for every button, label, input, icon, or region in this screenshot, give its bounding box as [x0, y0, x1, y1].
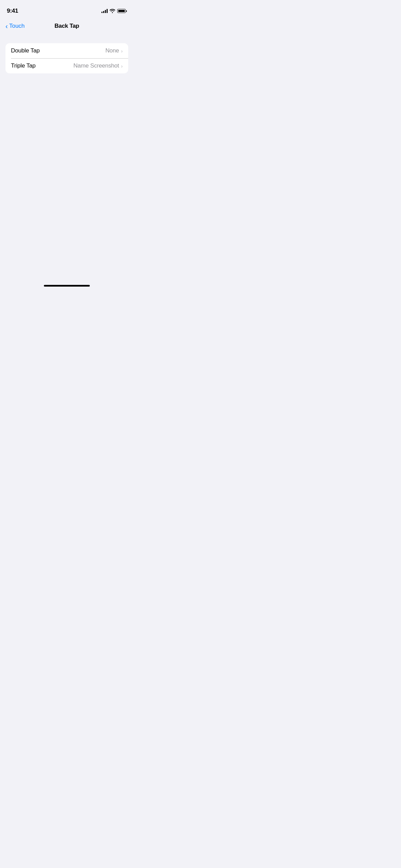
- settings-list: Double Tap None › Triple Tap Name Screen…: [5, 43, 128, 73]
- triple-tap-right: Name Screenshot ›: [73, 62, 123, 69]
- signal-bar-4: [107, 9, 108, 13]
- double-tap-row[interactable]: Double Tap None ›: [5, 43, 128, 58]
- signal-bar-1: [101, 12, 102, 13]
- double-tap-label: Double Tap: [11, 47, 40, 54]
- double-tap-value: None: [105, 47, 119, 54]
- battery-fill: [118, 10, 125, 12]
- content-area: Double Tap None › Triple Tap Name Screen…: [0, 34, 134, 73]
- signal-bars-icon: [101, 9, 108, 13]
- back-button[interactable]: ‹ Touch: [5, 23, 25, 29]
- page-title: Back Tap: [54, 23, 79, 29]
- battery-body: [117, 9, 126, 13]
- status-icons: [101, 9, 127, 13]
- double-tap-right: None ›: [105, 47, 123, 54]
- navigation-bar: ‹ Touch Back Tap: [0, 19, 134, 34]
- back-button-label: Touch: [9, 23, 25, 29]
- double-tap-chevron-icon: ›: [121, 48, 123, 54]
- triple-tap-chevron-icon: ›: [121, 63, 123, 69]
- signal-bar-3: [105, 10, 106, 13]
- triple-tap-value: Name Screenshot: [73, 62, 119, 69]
- battery-icon: [117, 9, 127, 13]
- signal-bar-2: [103, 11, 104, 13]
- status-bar: 9:41: [0, 0, 134, 17]
- triple-tap-label: Triple Tap: [11, 62, 36, 69]
- status-time: 9:41: [7, 8, 18, 14]
- battery-tip: [126, 10, 127, 12]
- triple-tap-row[interactable]: Triple Tap Name Screenshot ›: [5, 58, 128, 73]
- back-chevron-icon: ‹: [5, 23, 8, 29]
- home-indicator: [44, 285, 90, 287]
- wifi-icon: [110, 9, 115, 13]
